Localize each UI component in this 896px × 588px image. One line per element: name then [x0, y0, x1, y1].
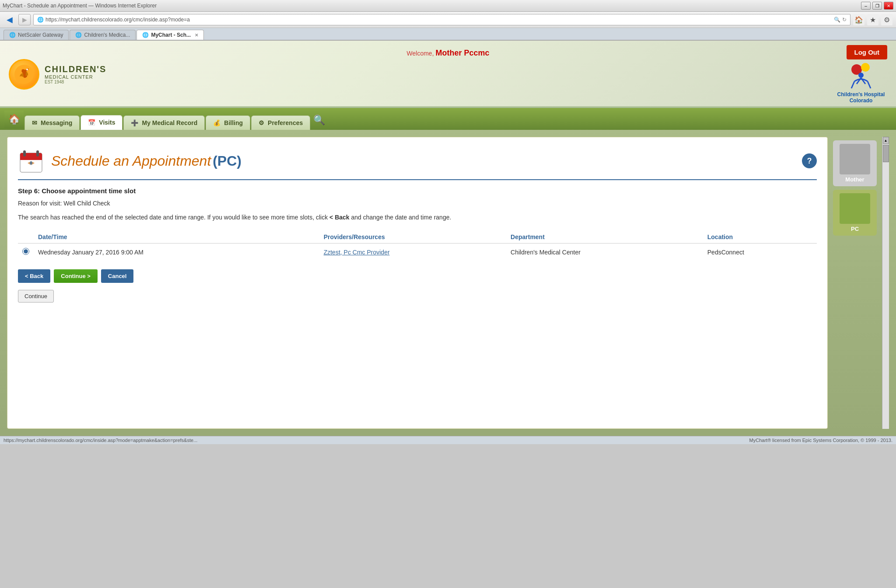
- calendar-icon: [18, 148, 44, 174]
- avatar-card-mother[interactable]: Mother: [833, 140, 877, 186]
- scroll-thumb[interactable]: [883, 145, 889, 162]
- search-icon: 🔍: [834, 17, 840, 23]
- sidebar: Mother PC: [833, 137, 877, 429]
- nav-tab-messaging-label: Messaging: [41, 119, 72, 126]
- avatar-card-pc[interactable]: PC: [833, 190, 877, 236]
- avatar-placeholder-pc: [840, 193, 870, 224]
- address-bar[interactable]: 🌐 https://mychart.childrenscolorado.org/…: [33, 14, 850, 25]
- help-button[interactable]: ?: [802, 153, 817, 168]
- logo-name: CHILDREN'S: [45, 64, 106, 74]
- action-buttons-row: < Back Continue > Cancel: [18, 269, 817, 283]
- forward-nav-button[interactable]: ▶: [18, 14, 31, 25]
- logo-circle: [9, 59, 39, 90]
- toolbar-icons: 🏠 ★ ⚙: [853, 14, 892, 25]
- scrollbar[interactable]: ▲: [882, 137, 889, 429]
- reason-value: Well Child Check: [63, 200, 110, 207]
- svg-line-6: [868, 81, 871, 88]
- close-button[interactable]: ✕: [884, 2, 893, 10]
- titlebar-controls: – ❐ ✕: [861, 2, 893, 10]
- tab-favicon-children: 🌐: [75, 32, 82, 38]
- status-url: https://mychart.childrenscolorado.org/cm…: [4, 438, 197, 443]
- table-header-datetime: Date/Time: [34, 231, 319, 244]
- back-nav-button[interactable]: ◀: [4, 14, 16, 25]
- search-nav-icon: 🔍: [313, 115, 325, 126]
- table-header-providers: Providers/Resources: [319, 231, 506, 244]
- end-range-text-2: and change the date and time range.: [351, 214, 452, 221]
- logo-area: CHILDREN'S MEDICAL CENTER EST 1948: [9, 59, 106, 90]
- status-bar: https://mychart.childrenscolorado.org/cm…: [0, 436, 896, 444]
- page-title-suffix: (PC): [213, 153, 242, 169]
- home-nav-button[interactable]: 🏠: [4, 111, 24, 128]
- site-header: CHILDREN'S MEDICAL CENTER EST 1948 Welco…: [0, 41, 896, 108]
- nav-tab-visits[interactable]: 📅 Visits: [80, 115, 122, 130]
- tab-favicon-netscaler: 🌐: [9, 32, 16, 38]
- continue-plain-button[interactable]: Continue: [18, 290, 54, 303]
- nav-tab-preferences[interactable]: ⚙ Preferences: [251, 115, 310, 130]
- status-copyright: MyChart® licensed from Epic Systems Corp…: [749, 438, 892, 443]
- visits-icon: 📅: [88, 119, 95, 126]
- step-label: Step 6: Choose appointment time slot: [18, 187, 817, 195]
- appointment-radio[interactable]: [22, 248, 29, 255]
- nav-tab-medical-record-label: My Medical Record: [142, 119, 197, 126]
- content-panel: Schedule an Appointment (PC) ? Step 6: C…: [7, 137, 828, 429]
- browser-chrome: MyChart - Schedule an Appointment — Wind…: [0, 0, 896, 41]
- welcome-prefix: Welcome,: [407, 50, 434, 57]
- appointment-location: PedsConnect: [703, 244, 817, 261]
- end-range-message: The search has reached the end of the se…: [18, 213, 817, 222]
- cancel-button[interactable]: Cancel: [101, 269, 134, 283]
- page-wrapper: CHILDREN'S MEDICAL CENTER EST 1948 Welco…: [0, 41, 896, 444]
- chco-text: Children's Hospital Colorado: [835, 91, 887, 104]
- search-nav-button[interactable]: 🔍: [311, 112, 327, 128]
- svg-point-15: [850, 200, 859, 209]
- appointment-radio-cell[interactable]: [18, 244, 34, 261]
- page-title: Schedule an Appointment (PC): [51, 153, 242, 169]
- header-right: Log Out Children's Hospital Colorado: [835, 45, 887, 104]
- tab-label-mychart: MyChart - Sch...: [151, 32, 191, 38]
- nav-tab-billing[interactable]: 💰 Billing: [206, 115, 250, 130]
- reason-for-visit: Reason for visit: Well Child Check: [18, 200, 817, 207]
- table-header-location: Location: [703, 231, 817, 244]
- settings-toolbar-button[interactable]: ⚙: [881, 14, 892, 25]
- reason-label-text: Reason for visit:: [18, 200, 62, 207]
- refresh-icon[interactable]: ↻: [842, 17, 847, 23]
- page-title-text: Schedule an Appointment: [51, 153, 211, 169]
- favorites-button[interactable]: ★: [867, 14, 878, 25]
- provider-link[interactable]: Zztest, Pc Cmc Provider: [324, 249, 390, 256]
- messaging-icon: ✉: [32, 119, 37, 126]
- back-button[interactable]: < Back: [18, 269, 50, 283]
- home-toolbar-button[interactable]: 🏠: [853, 14, 864, 25]
- svg-rect-13: [36, 150, 39, 157]
- end-range-text-1: The search has reached the end of the se…: [18, 214, 328, 221]
- appointment-department: Children's Medical Center: [506, 244, 703, 261]
- continue-green-button[interactable]: Continue >: [54, 269, 98, 283]
- main-layout: Schedule an Appointment (PC) ? Step 6: C…: [0, 130, 896, 436]
- mother-avatar-icon: [844, 148, 866, 170]
- browser-tabs: 🌐 NetScaler Gateway 🌐 Children's Medica.…: [0, 28, 896, 40]
- svg-point-3: [861, 63, 870, 72]
- table-header-department: Department: [506, 231, 703, 244]
- svg-point-1: [26, 69, 28, 70]
- tab-close-mychart[interactable]: ✕: [195, 33, 198, 38]
- scroll-up-button[interactable]: ▲: [883, 137, 889, 144]
- page-title-row: Schedule an Appointment (PC) ?: [18, 148, 817, 180]
- svg-point-14: [850, 151, 859, 160]
- medical-record-icon: ➕: [131, 119, 138, 126]
- svg-rect-12: [23, 150, 26, 157]
- chco-logo: Children's Hospital Colorado: [835, 63, 887, 104]
- back-link-inline: < Back: [329, 214, 351, 221]
- tab-mychart[interactable]: 🌐 MyChart - Sch... ✕: [136, 30, 204, 40]
- svg-line-5: [851, 81, 854, 88]
- browser-toolbar: ◀ ▶ 🌐 https://mychart.childrenscolorado.…: [0, 12, 896, 28]
- nav-tab-messaging[interactable]: ✉ Messaging: [24, 115, 80, 130]
- chco-logo-svg: [844, 63, 878, 91]
- logout-button[interactable]: Log Out: [847, 45, 887, 59]
- tab-label-children: Children's Medica...: [84, 32, 130, 38]
- tab-netscaler[interactable]: 🌐 NetScaler Gateway: [4, 30, 69, 40]
- welcome-name: Mother Pccmc: [435, 49, 489, 57]
- tab-children[interactable]: 🌐 Children's Medica...: [70, 30, 136, 40]
- nav-bar: 🏠 ✉ Messaging 📅 Visits ➕ My Medical Reco…: [0, 108, 896, 130]
- minimize-button[interactable]: –: [861, 2, 871, 10]
- avatar-placeholder-mother: [840, 144, 870, 174]
- nav-tab-medical-record[interactable]: ➕ My Medical Record: [123, 115, 205, 130]
- restore-button[interactable]: ❐: [872, 2, 882, 10]
